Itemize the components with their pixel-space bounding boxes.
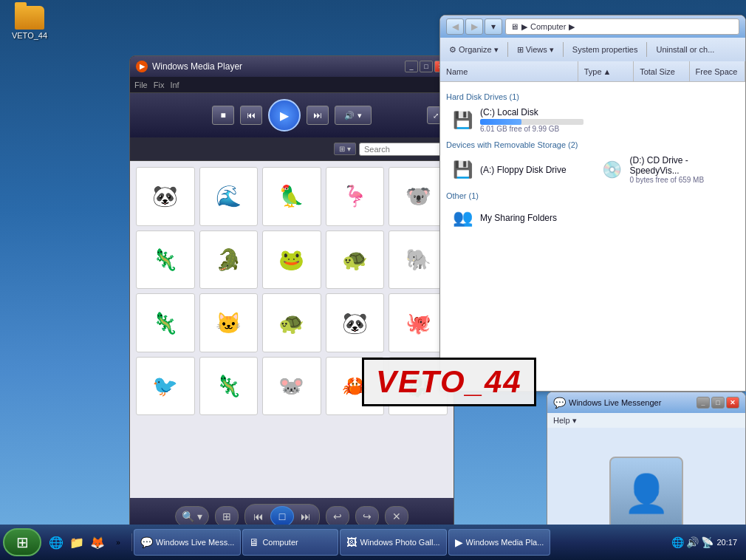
local-disk-progress-fill (480, 119, 521, 125)
explorer-back-btn[interactable]: ◀ (446, 18, 464, 35)
taskbar-item-wmp[interactable]: ▶ Windows Media Pla... (448, 529, 551, 556)
explorer-sysprops-btn[interactable]: System properties (568, 43, 643, 56)
gallery-thumb-2[interactable]: 🌊 (199, 167, 259, 226)
wmp-search-bottom-btn[interactable]: 🔍 ▾ (175, 506, 209, 527)
removable-items-row: 💾 (A:) Floppy Disk Drive 💿 (D:) CD Drive… (446, 152, 739, 187)
explorer-views-btn[interactable]: ⊞ Views ▾ (513, 43, 558, 57)
wmp-menu-inf[interactable]: Inf (170, 81, 179, 89)
col-header-free-space[interactable]: Free Space (690, 61, 745, 81)
wmp-prev-btn[interactable]: ⏮ (240, 106, 262, 125)
explorer-breadcrumb: 🖥 ▶ Computer ▶ (505, 18, 739, 35)
col-header-type[interactable]: Type ▲ (578, 61, 634, 81)
wlm-minimize-btn[interactable]: _ (697, 397, 710, 409)
taskbar-item-photo[interactable]: 🖼 Windows Photo Gall... (340, 529, 446, 556)
wmp-undo-btn[interactable]: ↩ (326, 506, 349, 527)
explorer-item-sharing[interactable]: 👥 My Sharing Folders (446, 203, 739, 233)
gallery-thumb-11[interactable]: 🦎 (136, 293, 195, 352)
wmp-bottom-view-btn[interactable]: □ (270, 506, 294, 527)
local-disk-icon: 💾 (451, 109, 474, 132)
explorer-dropdown-btn[interactable]: ▾ (485, 18, 502, 35)
wmp-next-btn[interactable]: ⏭ (307, 106, 329, 125)
tray-wifi-icon[interactable]: 📡 (701, 536, 714, 548)
breadcrumb-arrow: ▶ (569, 22, 575, 32)
taskbar-item-computer[interactable]: 🖥 Computer (242, 529, 338, 556)
gallery-thumb-1[interactable]: 🐼 (136, 167, 195, 226)
gallery-thumb-13[interactable]: 🐢 (262, 293, 321, 352)
ql-ie-icon[interactable]: 🌐 (47, 533, 65, 551)
taskbar-computer-label: Computer (262, 538, 298, 547)
gallery-thumb-17[interactable]: 🦎 (199, 357, 259, 416)
desktop-icon-label: VETO_44 (12, 31, 47, 40)
section-removable: Devices with Removable Storage (2) (446, 140, 739, 149)
wmp-volume-btn[interactable]: 🔊 ▾ (335, 106, 372, 125)
gallery-thumb-4[interactable]: 🦩 (326, 167, 385, 226)
ql-files-icon[interactable]: 📁 (68, 533, 86, 551)
organize-icon: ⚙ (449, 45, 456, 55)
wlm-window-controls: _ □ ✕ (697, 397, 739, 409)
wmp-player-controls: ■ ⏮ ▶ ⏭ 🔊 ▾ (130, 93, 454, 137)
gallery-thumb-12[interactable]: 🐱 (199, 293, 259, 352)
taskbar-tray-icons: 🌐 🔊 📡 (671, 536, 714, 548)
wmp-grid-btn[interactable]: ⊞ (215, 506, 239, 527)
explorer-toolbar: ⚙ Organize ▾ ⊞ Views ▾ System properties… (440, 38, 745, 61)
wmp-titlebar: ▶ Windows Media Player _ □ ✕ (130, 56, 454, 77)
gallery-thumb-14[interactable]: 🐼 (326, 293, 385, 352)
gallery-thumb-9[interactable]: 🐢 (326, 231, 385, 290)
taskbar-wlm-label: Windows Live Mess... (156, 538, 234, 547)
start-button[interactable]: ⊞ (3, 528, 41, 556)
wlm-maximize-btn[interactable]: □ (711, 397, 725, 409)
gallery-thumb-7[interactable]: 🐊 (199, 231, 259, 290)
taskbar-tray: 🌐 🔊 📡 20:17 (665, 536, 743, 548)
local-disk-desc: 6.01 GB free of 9.99 GB (480, 125, 735, 133)
wlm-close-btn[interactable]: ✕ (726, 397, 739, 409)
explorer-uninstall-btn[interactable]: Uninstall or ch... (651, 43, 719, 56)
desktop-icon-veto44[interactable]: VETO_44 (6, 6, 53, 40)
wmp-redo-btn[interactable]: ↪ (355, 506, 379, 527)
gallery-thumb-16[interactable]: 🐦 (136, 357, 195, 416)
gallery-thumb-3[interactable]: 🦜 (262, 167, 321, 226)
tray-network-icon[interactable]: 🌐 (671, 536, 684, 548)
wmp-play-btn[interactable]: ▶ (268, 99, 301, 132)
col-header-name[interactable]: Name (440, 61, 578, 81)
wmp-maximize-btn[interactable]: □ (420, 61, 433, 72)
taskbar-time: 20:17 (716, 537, 737, 547)
local-disk-progress-bar (480, 119, 584, 125)
explorer-organize-btn[interactable]: ⚙ Organize ▾ (445, 43, 503, 57)
taskbar-item-wlm[interactable]: 💬 Windows Live Mess... (134, 529, 241, 556)
wmp-search-input[interactable] (359, 143, 448, 156)
wmp-minimize-btn[interactable]: _ (405, 61, 418, 72)
tray-volume-icon[interactable]: 🔊 (686, 536, 699, 548)
ql-more-icon[interactable]: » (109, 533, 127, 551)
taskbar-clock[interactable]: 20:17 (716, 537, 737, 547)
breadcrumb-icon: 🖥 (510, 22, 519, 31)
wmp-menu-fix[interactable]: Fix (154, 81, 165, 89)
wmp-menu-file[interactable]: File (134, 81, 148, 89)
col-header-total-size[interactable]: Total Size (634, 61, 689, 81)
wlm-avatar: 👤 (609, 457, 683, 530)
gallery-thumb-18[interactable]: 🐭 (262, 357, 321, 416)
explorer-item-cdrom[interactable]: 💿 (D:) CD Drive - SpeedyVis... 0 bytes f… (596, 152, 740, 187)
breadcrumb-separator: ▶ (521, 22, 527, 32)
taskbar-items: 💬 Windows Live Mess... 🖥 Computer 🖼 Wind… (134, 529, 664, 556)
explorer-item-local-disk[interactable]: 💾 (C:) Local Disk 6.01 GB free of 9.99 G… (446, 104, 739, 136)
floppy-icon: 💾 (451, 158, 474, 182)
wlm-menu: Help ▾ (547, 413, 745, 428)
local-disk-name: (C:) Local Disk (480, 107, 735, 117)
wlm-title: Windows Live Messenger (569, 398, 694, 407)
explorer-forward-btn[interactable]: ▶ (465, 18, 483, 35)
wmp-nav-prev-btn[interactable]: ⏮ (248, 508, 269, 525)
cdrom-name: (D:) CD Drive - SpeedyVis... (630, 155, 736, 176)
wmp-view-toggle[interactable]: ⊞ ▾ (334, 143, 356, 155)
wmp-nav-next-btn[interactable]: ⏭ (295, 508, 316, 525)
wlm-menu-help[interactable]: Help ▾ (553, 416, 577, 426)
gallery-thumb-6[interactable]: 🦎 (136, 231, 195, 290)
explorer-item-floppy[interactable]: 💾 (A:) Floppy Disk Drive (446, 152, 590, 187)
sharing-name: My Sharing Folders (480, 213, 735, 223)
ql-firefox-icon[interactable]: 🦊 (89, 533, 106, 551)
taskbar-wmp-label: Windows Media Pla... (466, 538, 544, 547)
cdrom-icon: 💿 (600, 158, 624, 182)
toolbar-separator-3 (646, 42, 647, 57)
gallery-thumb-8[interactable]: 🐸 (262, 231, 321, 290)
wmp-stop-btn[interactable]: ■ (212, 106, 234, 125)
wmp-delete-btn[interactable]: ✕ (385, 506, 408, 527)
